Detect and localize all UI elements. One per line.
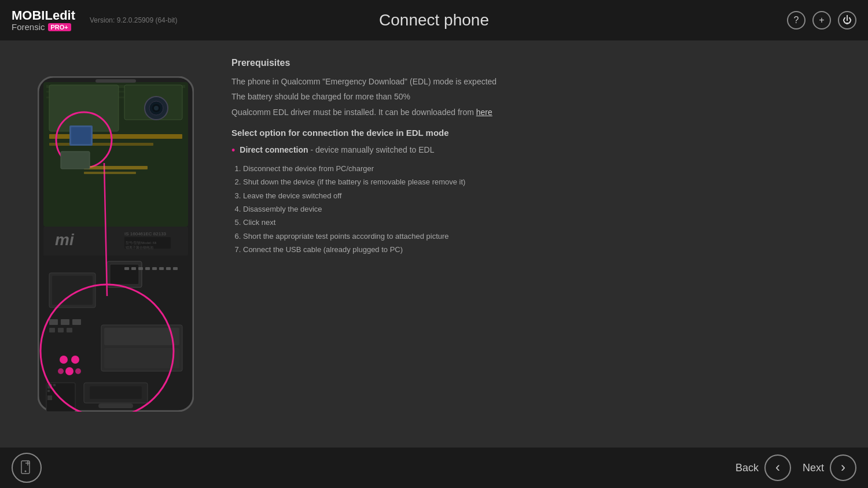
prerequisites-title: Prerequisites xyxy=(231,58,845,68)
main-content: mi IS 160461EC 82133 型号/型號/Model: Mi 锂离子… xyxy=(0,40,868,448)
header: MOBILedit Forensic PRO+ Version: 9.2.0.2… xyxy=(0,0,868,40)
svg-rect-35 xyxy=(49,328,55,332)
svg-rect-48 xyxy=(84,166,148,169)
svg-point-24 xyxy=(60,356,68,364)
svg-point-26 xyxy=(65,367,73,375)
logo-forensic-text: Forensic xyxy=(12,23,45,32)
step-item: Disconnect the device from PC/charger xyxy=(243,162,845,175)
svg-text:型号/型號/Model: Mi: 型号/型號/Model: Mi xyxy=(126,241,156,245)
svg-rect-53 xyxy=(124,267,129,270)
svg-text:IS 160461EC 82133: IS 160461EC 82133 xyxy=(124,231,167,236)
prereq-line3: Qualcomm EDL driver must be installed. I… xyxy=(231,106,845,119)
version-text: Version: 9.2.0.25909 (64-bit) xyxy=(90,16,177,24)
here-link[interactable]: here xyxy=(476,108,492,117)
back-arrow-icon: ‹ xyxy=(775,460,780,474)
svg-rect-33 xyxy=(61,319,69,325)
svg-rect-30 xyxy=(104,328,179,345)
svg-rect-55 xyxy=(138,267,143,270)
svg-rect-36 xyxy=(58,328,64,332)
back-label: Back xyxy=(735,462,759,474)
step-item: Short the appropriate test points accord… xyxy=(243,230,845,243)
prereq-line3-text: Qualcomm EDL driver must be installed. I… xyxy=(231,108,476,117)
footer: Back ‹ Next › xyxy=(0,448,868,488)
step-item: Disassembly the device xyxy=(243,202,845,216)
svg-rect-39 xyxy=(90,386,142,399)
svg-rect-59 xyxy=(166,267,171,270)
step-item: Connect the USB cable (already plugged t… xyxy=(243,243,845,256)
prereq-line1: The phone in Qualcomm "Emergency Downloa… xyxy=(231,75,845,88)
logo-edit: edit xyxy=(53,8,75,23)
svg-rect-44 xyxy=(47,395,52,400)
svg-rect-34 xyxy=(72,319,81,325)
step-list: Disconnect the device from PC/chargerShu… xyxy=(243,162,845,257)
svg-rect-57 xyxy=(152,267,157,270)
svg-point-10 xyxy=(154,106,159,110)
bullet-dot: • xyxy=(231,145,235,157)
svg-point-27 xyxy=(58,368,64,374)
page-title: Connect phone xyxy=(379,11,489,29)
svg-text:mi: mi xyxy=(55,231,75,249)
svg-rect-54 xyxy=(131,267,136,270)
logo-text: MOBILedit xyxy=(12,9,75,23)
svg-rect-56 xyxy=(145,267,150,270)
footer-right: Back ‹ Next › xyxy=(735,454,856,481)
svg-point-25 xyxy=(71,356,79,364)
svg-rect-61 xyxy=(95,79,136,83)
next-circle[interactable]: › xyxy=(830,454,856,481)
svg-rect-60 xyxy=(173,267,178,270)
footer-left xyxy=(12,453,42,483)
svg-text:锂离子聚合物电池: 锂离子聚合物电池 xyxy=(125,245,153,249)
svg-rect-42 xyxy=(53,384,56,386)
select-option-title: Select option for connection the device … xyxy=(231,128,845,138)
back-button[interactable]: Back ‹ xyxy=(735,454,791,481)
logo-pro-badge: PRO+ xyxy=(48,23,71,31)
text-area: Prerequisites The phone in Qualcomm "Eme… xyxy=(231,52,845,436)
svg-rect-37 xyxy=(67,328,72,332)
step-item: Shut down the device (if the battery is … xyxy=(243,175,845,188)
option-text: Direct connection - device manually swit… xyxy=(240,145,434,155)
add-button[interactable]: + xyxy=(812,11,831,29)
svg-point-28 xyxy=(75,368,81,374)
next-label: Next xyxy=(803,462,824,474)
svg-rect-31 xyxy=(104,348,179,368)
step-item: Click next xyxy=(243,216,845,229)
logo-area: MOBILedit Forensic PRO+ Version: 9.2.0.2… xyxy=(12,9,177,32)
header-actions: ? + ⏻ xyxy=(787,11,856,29)
phone-area: mi IS 160461EC 82133 型号/型號/Model: Mi 锂离子… xyxy=(23,52,208,436)
svg-rect-32 xyxy=(49,319,58,325)
svg-point-66 xyxy=(25,471,27,472)
step-item: Leave the device switched off xyxy=(243,189,845,202)
next-arrow-icon: › xyxy=(841,460,845,474)
option-label: Direct connection xyxy=(240,145,308,154)
logo-mobile: MOBIL xyxy=(12,8,53,23)
power-button[interactable]: ⏻ xyxy=(838,11,856,29)
svg-rect-23 xyxy=(52,276,93,305)
svg-rect-62 xyxy=(98,404,133,408)
svg-rect-5 xyxy=(49,85,119,131)
svg-rect-43 xyxy=(47,390,50,392)
svg-rect-58 xyxy=(159,267,164,270)
option-desc: - device manually switched to EDL xyxy=(308,145,435,154)
svg-rect-49 xyxy=(84,172,136,174)
svg-rect-11 xyxy=(49,134,182,139)
phone-internal-svg: mi IS 160461EC 82133 型号/型號/Model: Mi 锂离子… xyxy=(38,76,194,412)
prereq-line2: The battery should be charged for more t… xyxy=(231,90,845,103)
svg-rect-12 xyxy=(49,143,153,146)
phone-image: mi IS 160461EC 82133 型号/型號/Model: Mi 锂离子… xyxy=(38,76,194,412)
svg-rect-51 xyxy=(71,127,91,144)
add-device-button[interactable] xyxy=(12,453,42,483)
svg-rect-52 xyxy=(61,151,90,169)
add-device-icon xyxy=(19,460,35,476)
direct-connection-option: • Direct connection - device manually sw… xyxy=(231,145,845,157)
next-button[interactable]: Next › xyxy=(803,454,856,481)
back-circle[interactable]: ‹ xyxy=(764,454,791,481)
help-button[interactable]: ? xyxy=(787,11,806,29)
